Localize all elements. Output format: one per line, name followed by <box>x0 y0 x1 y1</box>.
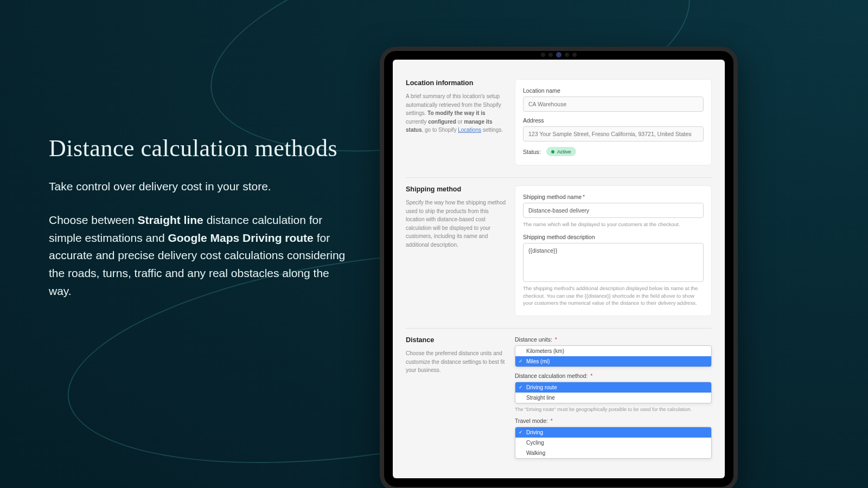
section-distance: Distance Choose the preferred distance u… <box>406 329 712 474</box>
calc-method-select[interactable]: Driving route Straight line <box>515 382 712 403</box>
locations-link[interactable]: Locations <box>458 127 481 133</box>
shipping-name-input[interactable]: Distance-based delivery <box>523 203 704 218</box>
text: , go to Shopify <box>422 127 458 133</box>
text-bold: Google Maps Driving route <box>168 232 313 244</box>
status-badge: Active <box>546 147 576 156</box>
travel-mode-label: Travel mode: * <box>515 418 712 424</box>
marketing-copy: Distance calculation methods Take contro… <box>49 136 353 300</box>
option-straight-line[interactable]: Straight line <box>515 393 711 403</box>
calc-method-note: The "Driving route" must be geographical… <box>515 407 712 412</box>
section-description: Choose the preferred distance units and … <box>406 349 506 375</box>
location-name-input: CA Warehouse <box>523 97 704 112</box>
text-bold: configured <box>428 119 456 125</box>
section-heading: Shipping method <box>406 185 506 193</box>
address-input: 123 Your Sample Street, Fresno Californi… <box>523 126 704 142</box>
location-name-label: Location name <box>523 87 704 94</box>
body-text: Choose between Straight line distance ca… <box>49 211 353 300</box>
option-cycling[interactable]: Cycling <box>515 438 711 448</box>
section-heading: Distance <box>406 336 506 344</box>
page-title: Distance calculation methods <box>49 136 353 162</box>
option-driving[interactable]: Driving <box>515 427 711 438</box>
section-shipping-method: Shipping method Specify the way how the … <box>406 178 712 329</box>
text: Choose between <box>49 214 137 226</box>
lead-text: Take control over delivery cost in your … <box>49 180 353 193</box>
camera-bar <box>534 52 583 57</box>
tablet-frame: Location information A brief summary of … <box>380 47 738 488</box>
section-location-information: Location information A brief summary of … <box>406 72 712 178</box>
address-label: Address <box>523 117 704 124</box>
shipping-desc-label: Shipping method description <box>523 234 704 240</box>
distance-units-label: Distance units: * <box>515 336 712 343</box>
travel-mode-select[interactable]: Driving Cycling Walking <box>515 427 712 459</box>
shipping-desc-textarea[interactable]: {{distance}} <box>523 243 704 282</box>
shipping-name-label: Shipping method name* <box>523 194 704 200</box>
status-label: Status: <box>523 149 541 155</box>
text-bold: Straight line <box>137 214 203 226</box>
section-description: A brief summary of this location's setup… <box>406 92 506 134</box>
shipping-desc-help: The shipping method's additional descrip… <box>523 285 704 307</box>
shipping-name-help: The name which will be displayed to your… <box>523 221 704 228</box>
calc-method-label: Distance calculation method: * <box>515 373 712 379</box>
option-miles[interactable]: Miles (mi) <box>515 356 711 367</box>
option-driving-route[interactable]: Driving route <box>515 382 711 393</box>
section-heading: Location information <box>406 79 506 87</box>
text: or <box>456 119 464 125</box>
text: settings. <box>481 127 503 133</box>
status-dot-icon <box>551 150 554 153</box>
distance-units-select[interactable]: Kilometers (km) Miles (mi) <box>515 345 712 367</box>
option-walking[interactable]: Walking <box>515 448 711 458</box>
text-bold: To modify the way it is <box>427 110 486 116</box>
status-badge-text: Active <box>557 149 571 155</box>
app-screen: Location information A brief summary of … <box>393 60 725 478</box>
section-description: Specify the way how the shipping method … <box>406 198 506 249</box>
option-kilometers[interactable]: Kilometers (km) <box>515 346 711 356</box>
text: currently <box>406 119 428 125</box>
